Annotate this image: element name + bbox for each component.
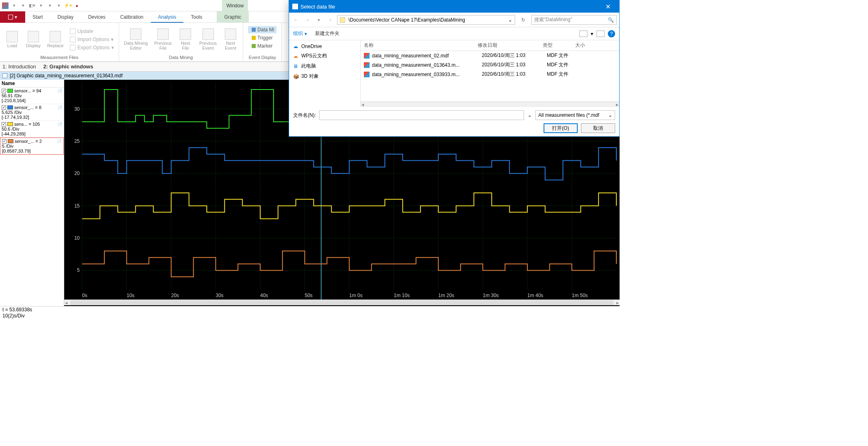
tree-item[interactable]: ☁WPS云文档 (292, 51, 357, 61)
files-header: 名称 修改日期 类型 大小 (361, 40, 619, 51)
refresh-icon[interactable]: ↻ (518, 17, 529, 23)
folder-tree[interactable]: ☁OneDrive☁WPS云文档🖥此电脑📦3D 对象 (289, 40, 361, 107)
cancel-button[interactable]: 取消 (581, 123, 615, 133)
signal-item[interactable]: ✓sensor_... = 2📄5 /Div[0.8587,33.79] (0, 138, 64, 155)
filename-dropdown-icon[interactable]: ⌄ (527, 112, 532, 118)
svg-text:25: 25 (74, 138, 80, 144)
file-type-filter[interactable]: All measurement files (*.mdf⌄ (535, 110, 615, 120)
path-field[interactable] (347, 15, 507, 24)
file-tab[interactable]: ▾ (0, 11, 25, 23)
qat-split-icon[interactable]: ▾ (46, 2, 54, 9)
dialog-app-icon (292, 4, 298, 9)
qat-more-icon[interactable]: ▾ (55, 2, 63, 9)
page-tab-introduction[interactable]: 1: Introduction (2, 63, 36, 70)
nav-forward-icon[interactable]: → (303, 15, 312, 24)
data-mining-editor-button[interactable]: Data Mining Editor (122, 24, 150, 54)
qat-copy-icon[interactable]: ▾ (37, 2, 45, 9)
status-div: 10(2)s/Div (2, 313, 617, 319)
checkbox-icon[interactable]: ✓ (2, 122, 6, 127)
tab-analysis[interactable]: Analysis (151, 11, 184, 23)
pin-icon[interactable]: 📄 (57, 89, 62, 93)
display-button[interactable]: Display (24, 24, 42, 54)
checkbox-icon[interactable]: ✓ (2, 89, 6, 93)
svg-text:10: 10 (74, 235, 80, 241)
color-swatch (7, 122, 13, 126)
tree-item[interactable]: ☁OneDrive (292, 42, 357, 51)
tree-item[interactable]: 🖥此电脑 (292, 61, 357, 71)
pin-icon[interactable]: 📄 (57, 139, 62, 144)
path-dropdown-icon[interactable]: ⌄ (508, 17, 512, 23)
dialog-close-button[interactable]: ✕ (600, 3, 616, 11)
signal-item[interactable]: ✓sens... = 105📄50.6 /Div[-44.29,289] (0, 121, 64, 138)
qat-arrow-icon[interactable]: ◧▾ (28, 2, 36, 9)
pin-icon[interactable]: 📄 (57, 122, 62, 127)
signal-item[interactable]: ✓sensor... = 94📄56.91 /Div[-210.8,164] (0, 87, 64, 104)
svg-text:1m 0s: 1m 0s (349, 293, 363, 298)
svg-text:5: 5 (77, 267, 80, 273)
data-mining-side-button[interactable]: Data Mi (248, 26, 276, 33)
svg-text:10s: 10s (127, 293, 135, 298)
organize-button[interactable]: 组织 ▾ (293, 30, 307, 37)
graphic-icon (2, 73, 7, 78)
folder-icon (340, 17, 345, 23)
nav-back-icon[interactable]: ← (292, 15, 300, 24)
tab-devices[interactable]: Devices (81, 11, 113, 23)
view-dropdown-icon[interactable]: ▾ (591, 31, 593, 37)
pin-icon[interactable]: 📄 (57, 105, 62, 110)
open-button[interactable]: 打开(O) (544, 123, 578, 133)
qat-play-icon[interactable]: ⚡▾ (64, 2, 72, 9)
file-row[interactable]: data_mining_measurement_013643.m...2020/… (361, 60, 619, 70)
file-icon (364, 53, 370, 59)
dialog-title: Select data file (300, 4, 335, 10)
dialog-title-bar[interactable]: Select data file ✕ (289, 0, 619, 13)
files-horizontal-scrollbar[interactable]: ◂ ▸ (361, 101, 619, 107)
new-folder-button[interactable]: 新建文件夹 (315, 30, 339, 37)
marker-side-button[interactable]: Marker (248, 42, 276, 50)
load-button[interactable]: Load (3, 24, 21, 54)
checkbox-icon[interactable]: ✓ (2, 105, 6, 110)
nav-recent-icon[interactable]: ▾ (314, 15, 323, 24)
svg-text:1m 50s: 1m 50s (572, 293, 588, 298)
color-swatch (7, 105, 13, 109)
tab-start[interactable]: Start (25, 11, 50, 23)
svg-text:30s: 30s (216, 293, 224, 298)
tree-item[interactable]: 📦3D 对象 (292, 71, 357, 81)
signal-item[interactable]: ✓sensor_... = 8📄5.625 /Div[-17.74,19.32] (0, 104, 64, 121)
checkbox-icon[interactable]: ✓ (2, 139, 7, 144)
file-row[interactable]: data_mining_measurement_033933.m...2020/… (361, 70, 619, 79)
page-tab-graphic-windows[interactable]: 2: Graphic windows (43, 63, 93, 70)
qat-stop-icon[interactable]: ● (73, 2, 80, 9)
update-button[interactable]: Update (68, 28, 115, 35)
nav-up-icon[interactable]: ↑ (326, 15, 335, 24)
next-event-button[interactable]: Next Event (222, 24, 239, 54)
preview-pane-icon[interactable] (596, 31, 605, 37)
plot-horizontal-scrollbar[interactable]: ◂ ▸ (64, 300, 620, 305)
group-event-display: Event Display (246, 54, 278, 60)
svg-text:0s: 0s (82, 293, 87, 298)
filename-input[interactable] (319, 110, 524, 120)
qat-doc-icon[interactable]: ▾ (11, 2, 18, 9)
previous-file-button[interactable]: Previous File (153, 24, 174, 54)
help-icon[interactable]: ? (608, 30, 615, 37)
cloud-blue-icon: ☁ (293, 44, 299, 49)
search-input[interactable]: 搜索"DataMining" 🔍 (531, 15, 617, 25)
trigger-side-button[interactable]: Trigger (248, 34, 276, 42)
replace-button[interactable]: Replace (46, 24, 65, 54)
file-row[interactable]: data_mining_measurement_02.mdf2020/6/10/… (361, 51, 619, 60)
color-swatch (8, 139, 13, 143)
next-file-button[interactable]: Next File (176, 24, 194, 54)
tab-graphic[interactable]: Graphic (217, 11, 248, 23)
svg-text:30: 30 (74, 106, 80, 112)
status-time: t = 53.69338s (2, 307, 617, 313)
tab-tools[interactable]: Tools (183, 11, 209, 23)
export-options-button[interactable]: Export Options ▾ (68, 44, 115, 51)
view-mode-icon[interactable] (579, 31, 587, 37)
file-dialog: Select data file ✕ ← → ▾ ↑ ⌄ ↻ 搜索"DataMi… (289, 0, 620, 137)
path-input[interactable]: ⌄ (337, 15, 515, 25)
previous-event-button[interactable]: Previous Event (198, 24, 218, 54)
tab-display[interactable]: Display (50, 11, 80, 23)
tab-calibration[interactable]: Calibration (113, 11, 150, 23)
import-options-button[interactable]: Import Options ▾ (68, 36, 115, 43)
qat-save-icon[interactable]: ▾ (20, 2, 27, 9)
color-swatch (7, 89, 13, 93)
